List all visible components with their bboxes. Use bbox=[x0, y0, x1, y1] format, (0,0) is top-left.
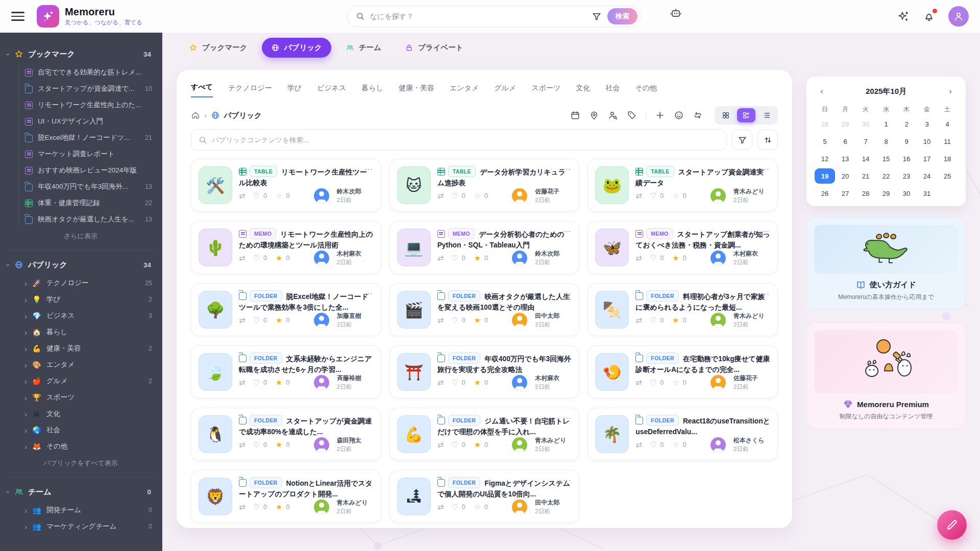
bookmark-item[interactable]: 映画オタクが厳選した人生を... 13 bbox=[25, 211, 154, 228]
author-avatar[interactable] bbox=[314, 375, 329, 390]
sort-button[interactable] bbox=[757, 130, 778, 150]
calendar-day[interactable]: 30 bbox=[896, 186, 917, 201]
calendar-day[interactable]: 16 bbox=[896, 151, 917, 166]
bookmark-item[interactable]: 年収400万円でも年3回海外... 13 bbox=[25, 179, 154, 195]
heart-icon[interactable]: ♡ bbox=[451, 254, 458, 262]
author-avatar[interactable] bbox=[314, 251, 329, 266]
repost-icon[interactable] bbox=[693, 110, 703, 120]
tab-private[interactable]: プライベート bbox=[396, 38, 473, 58]
calendar-day[interactable]: 2 bbox=[896, 116, 917, 132]
author-avatar[interactable] bbox=[314, 188, 329, 204]
star-icon[interactable]: ☆ bbox=[474, 503, 481, 511]
tab-public[interactable]: パブリック bbox=[262, 38, 331, 58]
content-card[interactable]: 🐧 FOLDERスタートアップが資金調達で成功率80%を達成した... ⇄ ♡ … bbox=[191, 408, 381, 461]
star-icon[interactable]: ★ bbox=[672, 254, 679, 262]
map-pin-icon[interactable] bbox=[589, 110, 599, 120]
calendar-day[interactable]: 28 bbox=[855, 186, 876, 201]
public-show-all-link[interactable]: パブリックをすべて表示 bbox=[7, 459, 154, 468]
app-logo[interactable] bbox=[37, 5, 59, 28]
card-menu-button[interactable]: ⋯ bbox=[761, 413, 770, 423]
author-avatar[interactable] bbox=[512, 499, 527, 515]
calendar-day[interactable]: 1 bbox=[876, 116, 896, 132]
calendar-day[interactable]: 25 bbox=[937, 168, 958, 184]
category-tab[interactable]: すべて bbox=[191, 83, 213, 97]
star-icon[interactable]: ☆ bbox=[672, 379, 679, 386]
heart-icon[interactable]: ♡ bbox=[253, 441, 260, 448]
heart-icon[interactable]: ♡ bbox=[253, 503, 260, 511]
category-tab[interactable]: 学び bbox=[287, 84, 302, 97]
card-menu-button[interactable]: ⋯ bbox=[761, 227, 770, 236]
calendar-next-button[interactable]: › bbox=[943, 84, 958, 98]
star-icon[interactable]: ☆ bbox=[474, 192, 481, 199]
repost-icon[interactable]: ⇄ bbox=[437, 254, 444, 262]
calendar-day[interactable]: 13 bbox=[835, 151, 855, 166]
card-menu-button[interactable]: ⋯ bbox=[364, 351, 374, 361]
star-icon[interactable]: ★ bbox=[276, 503, 282, 511]
card-menu-button[interactable]: ⋯ bbox=[364, 227, 374, 236]
bookmark-item[interactable]: リモートワーク生産性向上のた... bbox=[25, 97, 154, 113]
star-icon[interactable]: ☆ bbox=[672, 441, 679, 448]
calendar-day[interactable]: 6 bbox=[835, 134, 855, 149]
calendar-day[interactable]: 31 bbox=[917, 186, 937, 201]
category-tab[interactable]: グルメ bbox=[494, 84, 516, 97]
card-menu-button[interactable]: ⋯ bbox=[562, 227, 572, 236]
add-icon[interactable] bbox=[655, 110, 665, 120]
user-avatar[interactable] bbox=[948, 6, 969, 27]
repost-icon[interactable]: ⇄ bbox=[239, 503, 246, 511]
calendar-day[interactable]: 3 bbox=[917, 116, 937, 132]
card-menu-button[interactable]: ⋯ bbox=[562, 413, 572, 423]
repost-icon[interactable]: ⇄ bbox=[635, 254, 642, 262]
author-avatar[interactable] bbox=[710, 251, 726, 266]
user-search-icon[interactable] bbox=[608, 110, 618, 120]
category-tab[interactable]: エンタメ bbox=[450, 84, 479, 97]
author-avatar[interactable] bbox=[512, 375, 527, 390]
tab-team[interactable]: チーム bbox=[336, 38, 390, 58]
grid-view-button[interactable] bbox=[717, 108, 735, 122]
content-card[interactable]: 🛠️ TABLEリモートワーク生産性ツール比較表 ⇄ ♡ 0 ☆ 0 鈴木次郎 … bbox=[191, 159, 381, 212]
bookmarks-section-header[interactable]: › ブックマーク 34 bbox=[7, 46, 154, 62]
author-avatar[interactable] bbox=[512, 251, 527, 266]
author-avatar[interactable] bbox=[710, 375, 726, 390]
calendar-day[interactable]: 19 bbox=[815, 168, 835, 184]
sidebar-category-item[interactable]: › 🌏 社会 bbox=[24, 422, 154, 438]
content-card[interactable]: 🌴 FOLDERReact18のuseTransitionとuseDeferre… bbox=[587, 408, 778, 461]
card-menu-button[interactable]: ⋯ bbox=[761, 351, 770, 361]
assistant-robot-icon[interactable] bbox=[670, 7, 682, 19]
repost-icon[interactable]: ⇄ bbox=[635, 316, 642, 324]
bookmark-item[interactable]: スタートアップが資金調達で... 10 bbox=[25, 81, 154, 97]
bookmarks-show-more-link[interactable]: さらに表示 bbox=[7, 232, 154, 241]
calendar-day[interactable]: 20 bbox=[835, 168, 855, 184]
content-card[interactable]: 🌵 MEMOリモートワーク生産性向上のための環境構築とツール活用術 ⇄ ♡ 0 … bbox=[191, 221, 381, 274]
calendar-prev-button[interactable]: ‹ bbox=[815, 84, 829, 98]
calendar-day[interactable] bbox=[937, 186, 958, 201]
content-search-input[interactable] bbox=[212, 136, 719, 144]
category-tab[interactable]: 健康・美容 bbox=[399, 84, 434, 97]
calendar-day[interactable]: 10 bbox=[917, 134, 937, 149]
sidebar-category-item[interactable]: › 🦊 その他 bbox=[24, 438, 154, 455]
premium-promo-card[interactable]: Memoreru Premium 制限なしの自由なコンテンツ管理 bbox=[806, 322, 966, 429]
public-section-header[interactable]: › パブリック 34 bbox=[7, 257, 154, 273]
team-item[interactable]: › 👥 開発チーム 0 bbox=[24, 502, 154, 518]
heart-icon[interactable]: ♡ bbox=[451, 192, 458, 199]
bookmark-item[interactable]: 体重・健康管理記録 22 bbox=[25, 195, 154, 211]
calendar-day[interactable]: 24 bbox=[917, 168, 937, 184]
calendar-day[interactable]: 15 bbox=[876, 151, 896, 166]
repost-icon[interactable]: ⇄ bbox=[635, 192, 642, 199]
star-icon[interactable]: ★ bbox=[474, 379, 481, 386]
search-filter-icon[interactable] bbox=[592, 12, 601, 21]
guide-promo-card[interactable]: 使い方ガイド Memoreruの基本操作から応用まで bbox=[806, 217, 966, 309]
calendar-day[interactable]: 11 bbox=[937, 134, 958, 149]
heart-icon[interactable]: ♡ bbox=[451, 379, 458, 386]
content-card[interactable]: 🏞 FOLDERFigmaとデザインシステムで個人開発のUI品質を10倍向...… bbox=[389, 470, 580, 523]
bookmark-item[interactable]: 脱Excel地獄！ノーコードツ... 21 bbox=[25, 130, 154, 146]
star-icon[interactable]: ★ bbox=[276, 316, 282, 324]
calendar-day[interactable]: 30 bbox=[855, 116, 876, 132]
author-avatar[interactable] bbox=[512, 313, 527, 328]
card-menu-button[interactable]: ⋯ bbox=[761, 289, 770, 298]
calendar-day[interactable]: 4 bbox=[937, 116, 958, 132]
content-card[interactable]: 💻 MEMOデータ分析初心者のためのPython・SQL・Tableau入門 ⇄… bbox=[389, 221, 580, 274]
heart-icon[interactable]: ♡ bbox=[451, 316, 458, 324]
star-icon[interactable]: ★ bbox=[474, 441, 481, 448]
calendar-day[interactable]: 17 bbox=[917, 151, 937, 166]
content-card[interactable]: 🍤 FOLDER在宅勤務で10kg痩せて健康診断オールAになるまでの完全... … bbox=[587, 345, 778, 398]
